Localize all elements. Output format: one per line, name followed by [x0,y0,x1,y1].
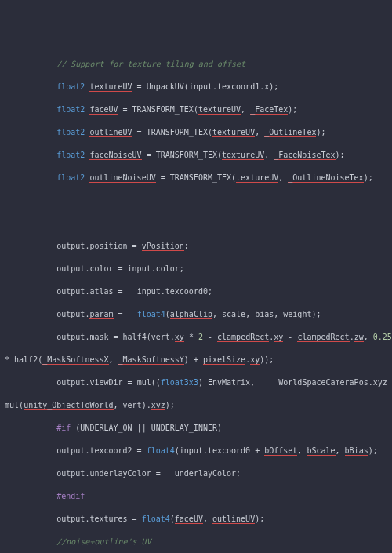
comment-noise: //noise+outline's UV [56,537,151,546]
type-float2: float2 [56,82,85,91]
code-block: // Support for texture tiling and offset… [0,45,392,553]
comment: // Support for texture tiling and offset [56,60,245,68]
